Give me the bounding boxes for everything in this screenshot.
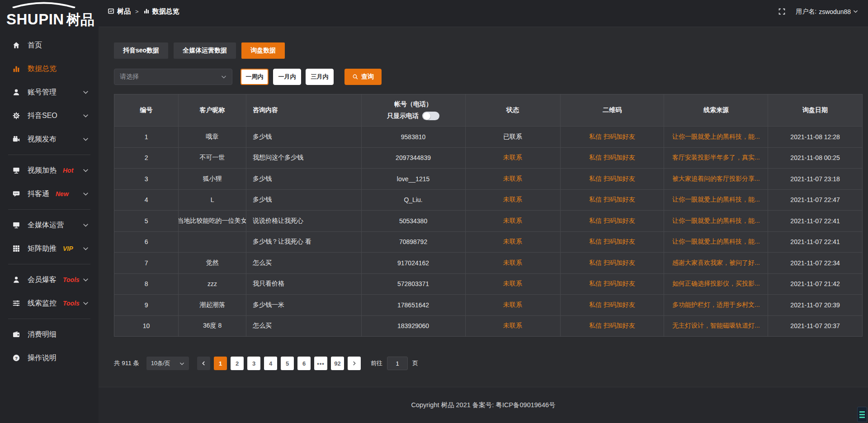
period-button-1[interactable]: 一月内	[273, 69, 301, 85]
table-row: 1哦章多少钱9583810已联系私信 扫码加好友让你一眼就爱上的黑科技，能...…	[114, 126, 862, 147]
sidebar-item-label: 矩阵助推	[28, 244, 57, 254]
sidebar-item-chat[interactable]: 抖客通New	[0, 182, 99, 206]
tab-1[interactable]: 全媒体运营数据	[174, 42, 236, 59]
cell-qr-links[interactable]: 私信 扫码加好友	[561, 148, 665, 169]
cell-qr-links[interactable]: 私信 扫码加好友	[561, 295, 665, 315]
goto-page-input[interactable]	[387, 357, 408, 370]
cell-date: 2021-11-08 12:28	[768, 127, 862, 147]
cell-no: 3	[114, 169, 179, 189]
fullscreen-icon[interactable]	[778, 8, 786, 15]
sidebar-item-gear[interactable]: 抖音SEO	[0, 104, 99, 127]
cell-source[interactable]: 如何正确选择投影仪，买投影...	[664, 274, 768, 295]
goto-label: 前往	[371, 359, 382, 367]
cell-source[interactable]: 让你一眼就爱上的黑科技，能...	[664, 232, 768, 253]
app-logo: SHUPIN 树品	[0, 0, 99, 29]
cell-account: 178651642	[362, 295, 466, 315]
cell-qr-links[interactable]: 私信 扫码加好友	[561, 190, 665, 211]
column-label: 线索来源	[703, 106, 729, 114]
topbar: 树品 > 数据总览 用户名: zswodun88	[99, 0, 868, 27]
video-camera-icon	[12, 135, 21, 144]
cell-qr-links[interactable]: 私信 扫码加好友	[561, 127, 665, 147]
cell-nickname: zzz	[179, 274, 246, 295]
tab-2[interactable]: 询盘数据	[241, 42, 285, 59]
column-label: 编号	[140, 106, 153, 114]
sidebar-item-sliders[interactable]: 线索监控Tools	[0, 291, 99, 315]
breadcrumb-separator: >	[134, 8, 140, 15]
sidebar-item-member[interactable]: 会员爆客Tools	[0, 268, 99, 291]
page-button-5[interactable]: 5	[281, 357, 294, 370]
table-row: 2不可一世我想问这个多少钱2097344839未联系私信 扫码加好友客厅安装投影…	[114, 147, 862, 169]
sidebar-nav: 首页数据总览账号管理抖音SEO视频发布视频加热Hot抖客通New全媒体运营矩阵助…	[0, 29, 99, 370]
column-label: 咨询内容	[253, 106, 278, 114]
cell-source[interactable]: 让你一眼就爱上的黑科技，能...	[664, 127, 768, 147]
chevron-down-icon	[83, 277, 89, 283]
page-button-4[interactable]: 4	[264, 357, 277, 370]
cell-qr-links[interactable]: 私信 扫码加好友	[561, 274, 665, 295]
user-menu[interactable]: 用户名: zswodun88	[796, 8, 858, 16]
goto-page: 前往 页	[371, 357, 418, 370]
page-buttons: 123456•••92	[214, 357, 348, 370]
filter-select[interactable]: 请选择	[114, 69, 232, 85]
phone-only-toggle[interactable]	[422, 112, 439, 120]
chevron-down-icon	[83, 136, 89, 142]
cell-source[interactable]: 感谢大家喜欢我家，被问了好...	[664, 253, 768, 273]
sidebar-item-bar-chart[interactable]: 数据总览	[0, 57, 99, 80]
sidebar-item-help-circle[interactable]: ?操作说明	[0, 346, 99, 370]
logo-text-en: SHUPIN	[6, 12, 64, 27]
badge-tools: Tools	[63, 276, 80, 283]
chevron-down-icon	[221, 74, 226, 80]
cell-account: 917024162	[362, 253, 466, 273]
sidebar-item-screen[interactable]: 视频加热Hot	[0, 159, 99, 182]
cell-source[interactable]: 被大家追着问的客厅投影分享...	[664, 169, 768, 189]
sidebar-item-grid[interactable]: 矩阵助推VIP	[0, 237, 99, 260]
sidebar-item-home[interactable]: 首页	[0, 33, 99, 57]
table-row: 1036度 8怎么买183929060未联系私信 扫码加好友无主灯设计，智能磁吸…	[114, 315, 862, 337]
page-button-6[interactable]: 6	[297, 357, 311, 370]
cell-account: 183929060	[362, 316, 466, 337]
page-button-1[interactable]: 1	[214, 357, 227, 370]
period-button-0[interactable]: 一周内	[241, 69, 269, 85]
sidebar-item-label: 操作说明	[28, 353, 57, 363]
page-size-select[interactable]: 10条/页	[146, 357, 189, 370]
cell-source[interactable]: 让你一眼就爱上的黑科技，能...	[664, 211, 768, 231]
cell-date: 2021-11-07 23:18	[768, 169, 862, 189]
home-icon	[12, 41, 21, 50]
sidebar-item-user[interactable]: 账号管理	[0, 80, 99, 104]
column-label: 帐号（电话）	[394, 100, 432, 108]
next-page-button[interactable]	[348, 357, 361, 370]
page-button-92[interactable]: 92	[331, 357, 344, 370]
tab-0[interactable]: 抖音seo数据	[114, 42, 168, 59]
query-button[interactable]: 查询	[344, 69, 382, 85]
period-button-2[interactable]: 三月内	[306, 69, 334, 85]
sidebar-item-monitor[interactable]: 全媒体运营	[0, 213, 99, 237]
cell-account: 50534380	[362, 211, 466, 231]
cell-source[interactable]: 无主灯设计，智能磁吸轨道灯...	[664, 316, 768, 337]
cell-qr-links[interactable]: 私信 扫码加好友	[561, 211, 665, 231]
more-pages-button[interactable]: •••	[314, 357, 327, 370]
cell-qr-links[interactable]: 私信 扫码加好友	[561, 232, 665, 253]
breadcrumb-item-overview[interactable]: 数据总览	[143, 7, 179, 16]
column-label: 客户昵称	[200, 106, 225, 114]
table-row: 8zzz我只看价格572803371未联系私信 扫码加好友如何正确选择投影仪，买…	[114, 273, 862, 295]
sidebar-item-video-camera[interactable]: 视频发布	[0, 127, 99, 151]
cell-qr-links[interactable]: 私信 扫码加好友	[561, 316, 665, 337]
filter-row: 请选择 一周内一月内三月内 查询	[114, 69, 863, 85]
cell-source[interactable]: 多功能护栏灯，适用于乡村文...	[664, 295, 768, 315]
logo-arc	[10, 2, 78, 8]
sidebar-item-wallet[interactable]: 消费明细	[0, 323, 99, 346]
table-row: 4L多少钱Q_Liu.未联系私信 扫码加好友让你一眼就爱上的黑科技，能...20…	[114, 189, 862, 211]
cell-no: 6	[114, 232, 179, 253]
cell-qr-links[interactable]: 私信 扫码加好友	[561, 253, 665, 273]
prev-page-button[interactable]	[197, 357, 210, 370]
inquiry-table: 编号客户昵称咨询内容帐号（电话）只显示电话状态二维码线索来源询盘日期 1哦章多少…	[114, 94, 863, 337]
username-label: 用户名:	[796, 8, 816, 16]
page-button-3[interactable]: 3	[247, 357, 260, 370]
cell-content: 多少钱一米	[246, 295, 362, 315]
floating-widget[interactable]	[857, 407, 867, 422]
page-button-2[interactable]: 2	[231, 357, 244, 370]
cell-source[interactable]: 让你一眼就爱上的黑科技，能...	[664, 190, 768, 211]
cell-source[interactable]: 客厅安装投影半年多了，真实...	[664, 148, 768, 169]
cell-qr-links[interactable]: 私信 扫码加好友	[561, 169, 665, 189]
logo-text-cn: 树品	[66, 13, 94, 27]
breadcrumb-item-brand[interactable]: 树品	[108, 7, 131, 16]
